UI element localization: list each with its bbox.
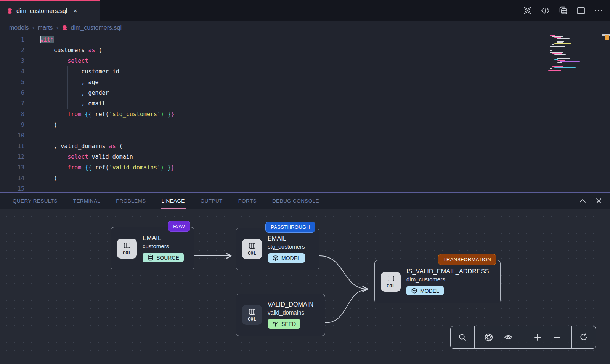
search-icon[interactable] (458, 333, 467, 342)
node-column-name: EMAIL (143, 235, 184, 242)
node-type-badge-source: SOURCE (143, 253, 184, 262)
line-number: 13 (0, 162, 24, 173)
line-number: 8 (0, 109, 24, 120)
code-line: 2 customers as ( (0, 45, 610, 56)
database-icon (7, 8, 13, 14)
columns-icon (124, 242, 131, 250)
eye-icon[interactable] (503, 333, 514, 342)
more-actions-icon[interactable] (594, 9, 603, 12)
column-chip-label: COL (247, 251, 256, 256)
breadcrumb-separator: › (56, 24, 58, 31)
indent-guide (67, 66, 68, 109)
column-chip-label: COL (122, 250, 131, 255)
code-line: 11 , valid_domains as ( (0, 141, 610, 152)
breadcrumb-item[interactable]: dim_customers.sql (71, 24, 122, 31)
node-type-label: SEED (281, 321, 296, 327)
column-chip: COL (381, 272, 401, 292)
line-number: 1 (0, 34, 24, 45)
breadcrumb-item[interactable]: models (9, 24, 29, 31)
zoom-out-icon[interactable] (552, 333, 562, 342)
breadcrumb-item[interactable]: marts (38, 24, 53, 31)
node-type-label: SOURCE (156, 255, 179, 261)
database-icon (62, 25, 67, 31)
line-number: 3 (0, 56, 24, 66)
column-chip: COL (117, 239, 137, 259)
line-number: 15 (0, 184, 24, 192)
code-line: 8 from {{ ref('stg_customers') }} (0, 109, 610, 120)
lineage-toolbar (450, 326, 596, 349)
code-line: 7 , email (0, 98, 610, 109)
column-chip-label: COL (247, 316, 256, 322)
code-line: 15 (0, 184, 610, 192)
node-model-name: dim_customers (406, 276, 489, 283)
collapse-panel-icon[interactable] (579, 199, 586, 203)
breadcrumb: models›marts›dim_customers.sql (0, 21, 610, 34)
indent-guide (40, 45, 40, 192)
indent-guide (54, 152, 54, 173)
node-column-name: EMAIL (268, 235, 305, 242)
close-tab-icon[interactable]: × (73, 7, 77, 15)
editor-tab-bar: dim_customers.sql × (0, 0, 610, 21)
line-number: 2 (0, 45, 24, 56)
minimap[interactable] (546, 35, 584, 68)
node-column-name: IS_VALID_EMAIL_ADDRESS (406, 268, 489, 275)
line-number: 7 (0, 98, 24, 109)
columns-icon (249, 308, 256, 316)
lineage-canvas[interactable]: RAWCOLEMAILcustomersSOURCEPASSTHROUGHCOL… (0, 209, 610, 364)
split-editor-icon[interactable] (576, 6, 586, 15)
panel-tab-problems[interactable]: PROBLEMS (116, 193, 146, 209)
lineage-tag-raw: RAW (168, 221, 190, 232)
panel-tab-output[interactable]: OUTPUT (201, 193, 223, 209)
aperture-icon[interactable] (484, 332, 494, 342)
panel-tab-debug-console[interactable]: DEBUG CONSOLE (272, 193, 319, 209)
code-icon[interactable] (541, 6, 550, 15)
column-chip-label: COL (386, 283, 395, 289)
code-line: 5 , age (0, 77, 610, 88)
lineage-node-dim_customers[interactable]: TRANSFORMATIONCOLIS_VALID_EMAIL_ADDRESSd… (374, 260, 501, 303)
panel-tab-ports[interactable]: PORTS (238, 193, 257, 209)
database-icon (147, 254, 154, 261)
column-chip: COL (242, 305, 262, 325)
line-number: 5 (0, 77, 24, 88)
node-model-name: stg_customers (268, 243, 305, 250)
indent-guide (54, 56, 54, 120)
columns-icon (387, 275, 395, 283)
node-type-badge-seed: SEED (268, 319, 300, 329)
lineage-tag-passthrough: PASSTHROUGH (265, 222, 315, 233)
panel-tab-terminal[interactable]: TERMINAL (73, 193, 100, 209)
node-type-badge-model: MODEL (406, 286, 444, 295)
copy-table-icon[interactable] (559, 6, 568, 15)
code-line: 6 , gender (0, 88, 610, 98)
node-type-label: MODEL (281, 255, 300, 261)
code-line: 1with (0, 34, 610, 45)
panel-tab-query-results[interactable]: QUERY RESULTS (13, 193, 58, 209)
code-line: 13 from {{ ref('valid_domains') }} (0, 162, 610, 173)
breadcrumb-separator: › (32, 24, 34, 31)
column-chip: COL (242, 239, 262, 259)
columns-icon (249, 243, 256, 250)
overview-ruler-marker (605, 35, 609, 40)
lineage-node-stg_customers[interactable]: PASSTHROUGHCOLEMAILstg_customersMODEL (236, 228, 319, 270)
close-panel-icon[interactable] (596, 198, 602, 204)
tab-title: dim_customers.sql (16, 8, 67, 14)
lineage-node-valid_domains[interactable]: COLVALID_DOMAINvalid_domainsSEED (236, 294, 325, 336)
tab-dim-customers[interactable]: dim_customers.sql × (0, 0, 100, 21)
lineage-tag-transformation: TRANSFORMATION (438, 254, 496, 265)
node-model-name: valid_domains (268, 309, 313, 316)
line-number: 11 (0, 141, 24, 152)
cube-icon (411, 287, 417, 294)
pinwheel-icon[interactable] (523, 6, 532, 15)
line-number: 9 (0, 120, 24, 130)
code-line: 9 ) (0, 120, 610, 130)
code-line: 12 select valid_domain (0, 152, 610, 162)
line-number: 10 (0, 130, 24, 141)
lineage-node-customers[interactable]: RAWCOLEMAILcustomersSOURCE (111, 227, 194, 270)
code-editor[interactable]: 1with2 customers as (3 select4 customer_… (0, 34, 610, 192)
panel-tab-lineage[interactable]: LINEAGE (161, 193, 185, 209)
text-cursor (40, 36, 41, 43)
refresh-icon[interactable] (579, 333, 589, 342)
zoom-in-icon[interactable] (533, 333, 542, 342)
line-number: 6 (0, 88, 24, 98)
node-type-badge-model: MODEL (268, 253, 305, 263)
code-line: 14 ) (0, 173, 610, 184)
